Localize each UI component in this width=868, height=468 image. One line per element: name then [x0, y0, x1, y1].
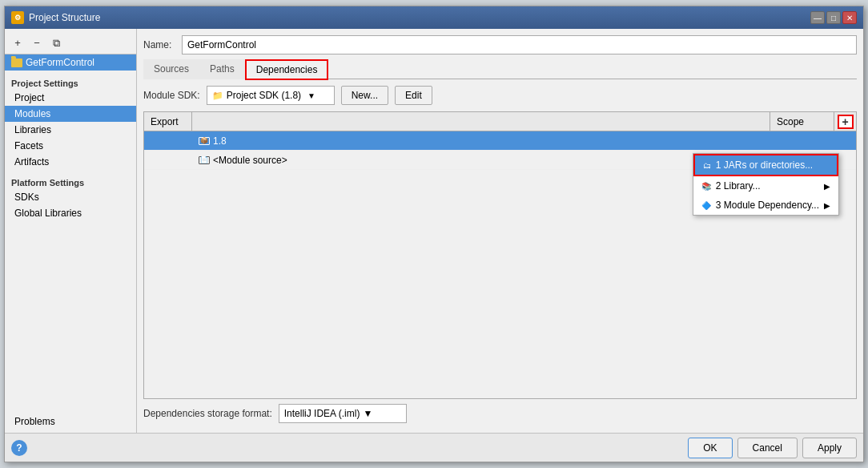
dep-export-source [144, 151, 192, 169]
tab-paths[interactable]: Paths [199, 59, 245, 79]
module-dep-icon: 🔷 [701, 201, 711, 210]
sidebar-item-modules[interactable]: Modules [5, 106, 136, 122]
sdk-label: Module SDK: [143, 90, 200, 101]
storage-value: IntelliJ IDEA (.iml) [284, 408, 360, 419]
storage-row: Dependencies storage format: IntelliJ ID… [143, 399, 857, 426]
source-row-icon: 📄 [199, 156, 210, 164]
project-settings-section: Project Settings Project Modules Librari… [5, 74, 136, 170]
dep-export-sdk [144, 131, 192, 150]
jars-label: 1 JARs or directories... [716, 159, 813, 171]
platform-settings-section: Platform Settings SDKs Global Libraries [5, 173, 136, 221]
facets-label: Facets [14, 140, 43, 151]
module-tree-label: GetFormControl [26, 57, 94, 68]
name-label: Name: [143, 39, 175, 50]
project-label: Project [14, 92, 44, 103]
sidebar-item-problems[interactable]: Problems [5, 414, 136, 430]
dropdown-item-jars[interactable]: 🗂 1 JARs or directories... [693, 154, 838, 176]
window-body: + − ⧉ GetFormControl Project Settings Pr… [5, 29, 863, 433]
bottom-left: ? [11, 440, 27, 456]
window-title: Project Structure [29, 12, 100, 23]
module-folder-icon [11, 58, 22, 67]
artifacts-label: Artifacts [14, 156, 49, 167]
storage-label: Dependencies storage format: [143, 408, 272, 419]
sdk-folder-icon: 📁 [212, 91, 223, 101]
module-tree-item[interactable]: GetFormControl [5, 54, 136, 71]
sidebar-item-sdks[interactable]: SDKs [5, 189, 136, 205]
add-dependency-dropdown: 🗂 1 JARs or directories... 📚 2 Library..… [693, 153, 839, 216]
dep-row-sdk[interactable]: 📦 1.8 [144, 131, 856, 151]
add-dependency-button[interactable]: + [838, 115, 854, 129]
jar-icon: 🗂 [703, 161, 711, 170]
name-row: Name: [143, 35, 857, 54]
platform-settings-header: Platform Settings [5, 173, 136, 189]
library-arrow-icon: ▶ [824, 182, 830, 191]
main-content: Name: Sources Paths Dependencies Module … [137, 29, 863, 433]
project-settings-header: Project Settings [5, 74, 136, 90]
tab-dependencies[interactable]: Dependencies [245, 59, 329, 80]
help-button[interactable]: ? [11, 440, 27, 456]
window-icon: ⚙ [11, 11, 24, 24]
maximize-button[interactable]: □ [826, 11, 841, 24]
lib-icon: 📚 [701, 182, 711, 191]
sdks-label: SDKs [14, 192, 39, 203]
edit-button[interactable]: Edit [395, 86, 432, 105]
title-bar-left: ⚙ Project Structure [11, 11, 100, 24]
sidebar-toolbar: + − ⧉ [5, 32, 136, 54]
modules-label: Modules [14, 108, 50, 119]
ok-button[interactable]: OK [688, 438, 732, 458]
storage-dropdown-arrow: ▼ [363, 408, 372, 419]
scope-column-header: Scope [770, 112, 834, 131]
sidebar-item-global-libraries[interactable]: Global Libraries [5, 205, 136, 221]
dropdown-item-library[interactable]: 📚 2 Library... ▶ [693, 176, 838, 196]
copy-module-button[interactable]: ⧉ [48, 35, 64, 51]
problems-label: Problems [14, 416, 55, 427]
project-structure-window: ⚙ Project Structure — □ ✕ + − ⧉ GetFormC… [4, 6, 864, 462]
sdk-row: Module SDK: 📁 Project SDK (1.8) ▼ New...… [143, 86, 857, 105]
cancel-button[interactable]: Cancel [737, 438, 798, 458]
sdk-row-icon: 📦 [199, 137, 210, 145]
bottom-bar: ? OK Cancel Apply [5, 433, 863, 462]
libraries-label: Libraries [14, 124, 51, 135]
sidebar-item-libraries[interactable]: Libraries [5, 122, 136, 138]
module-name-input[interactable] [182, 35, 857, 54]
sidebar: + − ⧉ GetFormControl Project Settings Pr… [5, 29, 137, 433]
dropdown-item-module-dep[interactable]: 🔷 3 Module Dependency... ▶ [693, 196, 838, 215]
apply-button[interactable]: Apply [802, 438, 857, 458]
new-button[interactable]: New... [341, 86, 388, 105]
storage-select[interactable]: IntelliJ IDEA (.iml) ▼ [279, 404, 407, 423]
sdk-select[interactable]: 📁 Project SDK (1.8) ▼ [207, 86, 335, 105]
sidebar-item-project[interactable]: Project [5, 90, 136, 106]
sidebar-item-artifacts[interactable]: Artifacts [5, 154, 136, 170]
sdk-dropdown-arrow: ▼ [307, 91, 315, 100]
minimize-button[interactable]: — [810, 11, 825, 24]
add-module-button[interactable]: + [10, 35, 26, 51]
remove-module-button[interactable]: − [29, 35, 45, 51]
sdk-value: Project SDK (1.8) [227, 90, 301, 101]
title-controls: — □ ✕ [810, 11, 857, 24]
module-dep-arrow-icon: ▶ [824, 201, 830, 210]
add-column-header: + [834, 112, 856, 131]
module-dep-label: 3 Module Dependency... [716, 200, 819, 211]
close-button[interactable]: ✕ [842, 11, 857, 24]
sidebar-item-facets[interactable]: Facets [5, 138, 136, 154]
dep-name-sdk: 📦 1.8 [192, 135, 770, 147]
library-label: 2 Library... [716, 180, 761, 192]
export-column-header: Export [144, 112, 192, 131]
tab-sources[interactable]: Sources [143, 59, 199, 79]
title-bar: ⚙ Project Structure — □ ✕ [5, 6, 863, 29]
dep-table-header: Export Scope + [144, 112, 856, 131]
dep-name-source: 📄 <Module source> [192, 155, 770, 166]
global-libraries-label: Global Libraries [14, 208, 82, 219]
bottom-right: OK Cancel Apply [688, 438, 857, 458]
tabs-bar: Sources Paths Dependencies [143, 59, 857, 79]
